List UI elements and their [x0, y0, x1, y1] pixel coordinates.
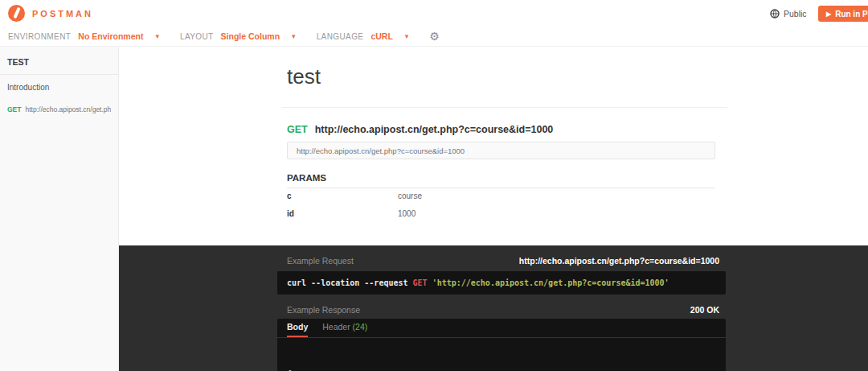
header-right: Public [770, 0, 807, 27]
environment-dropdown[interactable]: ENVIRONMENT No Environment ▾ [8, 31, 159, 41]
postman-logo-slash [13, 7, 20, 19]
curl-method-text: GET [413, 278, 428, 287]
params-heading: PARAMS [287, 173, 326, 183]
example-request-label: Example Request [287, 256, 354, 266]
globe-icon [770, 9, 780, 19]
response-status-badge: 200 OK [690, 305, 719, 315]
sidebar-item-introduction[interactable]: Introduction [0, 75, 118, 100]
language-label: LANGUAGE [317, 32, 364, 41]
curl-code-block: curl --location --request GET 'http://ec… [277, 271, 726, 295]
brand-title: POSTMAN [32, 9, 93, 19]
gear-icon[interactable]: ⚙ [429, 31, 440, 42]
doc-main: test GEThttp://echo.apipost.cn/get.php?c… [119, 47, 868, 245]
title-divider [282, 107, 727, 108]
example-request-url: http://echo.apipost.cn/get.php?c=course&… [519, 256, 719, 266]
chevron-down-icon: ▾ [155, 32, 159, 40]
request-url-input[interactable] [287, 142, 715, 159]
layout-label: LAYOUT [180, 32, 214, 41]
run-in-postman-button[interactable]: ▶ Run in Postman [818, 6, 868, 22]
doc-toolbar: ENVIRONMENT No Environment ▾ LAYOUT Sing… [0, 27, 868, 47]
param-value: course [398, 192, 422, 200]
sidebar-collection-name[interactable]: TEST [0, 47, 118, 75]
play-icon: ▶ [826, 10, 831, 18]
postman-doc-page: POSTMAN Public ▶ Run in Postman ENVIRONM… [0, 0, 868, 371]
param-row: c course [287, 192, 715, 200]
top-header: POSTMAN Public ▶ Run in Postman [0, 0, 868, 27]
sidebar: TEST Introduction GET http://echo.apipos… [0, 47, 119, 371]
tab-header-count: (24) [353, 322, 368, 332]
layout-dropdown[interactable]: LAYOUT Single Column ▾ [180, 31, 296, 41]
param-row: id 1000 [287, 209, 715, 218]
run-in-postman-label: Run in Postman [835, 10, 868, 19]
request-url-label: http://echo.apipost.cn/get.php?c=co... [25, 105, 111, 113]
curl-url-string: 'http://echo.apipost.cn/get.php?c=course… [428, 278, 669, 287]
request-url-heading: http://echo.apipost.cn/get.php?c=course&… [315, 124, 554, 135]
example-panel: Example Request http://echo.apipost.cn/g… [119, 245, 868, 371]
tab-body[interactable]: Body [287, 318, 308, 337]
layout-value: Single Column [221, 31, 280, 41]
params-divider [287, 188, 715, 188]
param-value: 1000 [398, 209, 416, 218]
response-code-block: Body Header (24) { "errcode": 0, "errstr… [277, 319, 726, 371]
postman-logo-icon [8, 5, 25, 22]
language-dropdown[interactable]: LANGUAGE cURL ▾ [317, 31, 409, 41]
page-title: test [287, 64, 321, 89]
chevron-down-icon: ▾ [405, 32, 409, 40]
visibility-label: Public [784, 9, 807, 19]
language-value: cURL [371, 31, 392, 41]
request-method-badge: GET [7, 105, 21, 113]
request-heading: GEThttp://echo.apipost.cn/get.php?c=cour… [287, 124, 553, 135]
request-method-label: GET [287, 124, 308, 135]
param-key: c [287, 192, 398, 200]
curl-command-text: curl --location --request [287, 278, 413, 287]
response-tabs: Body Header (24) [277, 319, 726, 338]
visibility-indicator: Public [770, 9, 807, 19]
response-json: { "errcode": 0, "errstr": "success", "po… [277, 338, 726, 371]
chevron-down-icon: ▾ [292, 32, 296, 40]
sidebar-item-request[interactable]: GET http://echo.apipost.cn/get.php?c=co.… [0, 100, 118, 119]
environment-value: No Environment [78, 31, 143, 41]
tab-header[interactable]: Header (24) [322, 318, 367, 337]
param-key: id [287, 209, 398, 218]
environment-label: ENVIRONMENT [8, 32, 71, 41]
json-line: { [287, 368, 716, 371]
example-response-label: Example Response [287, 305, 360, 315]
tab-header-label: Header [322, 322, 352, 332]
